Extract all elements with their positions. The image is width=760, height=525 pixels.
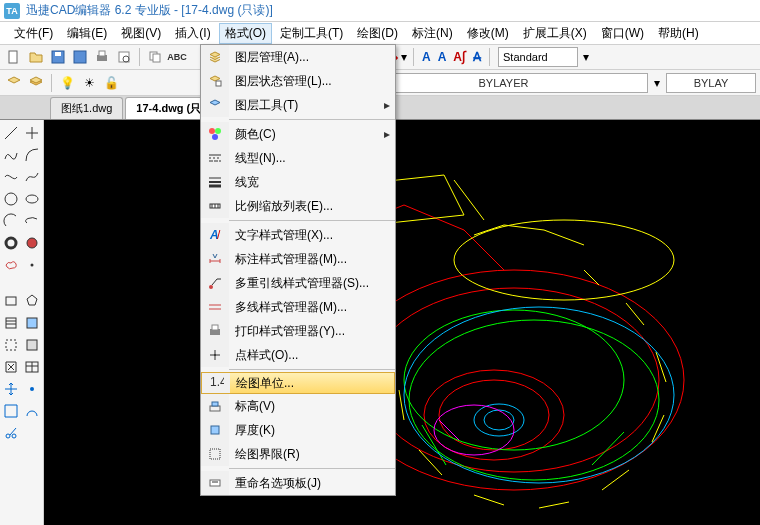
dropdown-item[interactable]: 比例缩放列表(E)... — [201, 194, 395, 218]
ring-tool[interactable] — [22, 232, 44, 254]
lock-icon[interactable]: 🔓 — [101, 73, 121, 93]
menu-item[interactable]: 修改(M) — [461, 23, 515, 44]
polyline-tool[interactable] — [0, 144, 22, 166]
dropdown-icon[interactable]: ▾ — [654, 76, 660, 90]
dropdown-item[interactable]: 颜色(C)▸ — [201, 122, 395, 146]
donut-tool[interactable] — [0, 232, 22, 254]
dropdown-label: 线宽 — [229, 174, 395, 191]
circle-tool[interactable] — [0, 188, 22, 210]
dropdown-label: 文字样式管理(X)... — [229, 227, 395, 244]
text-a1-button[interactable]: A — [420, 50, 433, 64]
separator — [51, 74, 52, 92]
menu-item[interactable]: 扩展工具(X) — [517, 23, 593, 44]
ellipse-tool[interactable] — [22, 188, 44, 210]
dropdown-item[interactable]: 打印样式管理器(Y)... — [201, 319, 395, 343]
dropdown-item[interactable]: 绘图界限(R) — [201, 442, 395, 466]
save-as-button[interactable] — [70, 47, 90, 67]
dropdown-item[interactable]: 线宽 — [201, 170, 395, 194]
point-tool[interactable] — [22, 254, 44, 276]
svg-point-15 — [6, 238, 16, 248]
dropdown-item[interactable]: 1.4绘图单位... — [201, 372, 395, 394]
print-button[interactable] — [92, 47, 112, 67]
hatch-tool[interactable] — [0, 312, 22, 334]
text-a4-button[interactable]: A̶ — [471, 50, 483, 64]
move-tool[interactable] — [0, 378, 22, 400]
wipeout-tool[interactable] — [0, 356, 22, 378]
dropdown-label: 图层状态管理(L)... — [229, 73, 395, 90]
dropdown-item[interactable]: 图层工具(T)▸ — [201, 93, 395, 117]
dropdown-item[interactable]: 图层状态管理(L)... — [201, 69, 395, 93]
dropdown-item[interactable]: 点样式(O)... — [201, 343, 395, 367]
menu-item[interactable]: 视图(V) — [115, 23, 167, 44]
dropdown-label: 多线样式管理器(M)... — [229, 299, 395, 316]
region-tool[interactable] — [22, 334, 44, 356]
polygon-tool[interactable] — [22, 290, 44, 312]
layer-button-2[interactable] — [26, 73, 46, 93]
menu-item[interactable]: 标注(N) — [406, 23, 459, 44]
dropdown-label: 绘图界限(R) — [229, 446, 395, 463]
menu-item[interactable]: 编辑(E) — [61, 23, 113, 44]
text-a2-button[interactable]: A — [436, 50, 449, 64]
rect-tool[interactable] — [0, 290, 22, 312]
trim-tool[interactable] — [0, 422, 22, 444]
save-button[interactable] — [48, 47, 68, 67]
spline2-tool[interactable] — [22, 166, 44, 188]
dropdown-item[interactable]: 标注样式管理器(M)... — [201, 247, 395, 271]
open-file-button[interactable] — [26, 47, 46, 67]
dropdown-item[interactable]: 线型(N)... — [201, 146, 395, 170]
rotate-tool[interactable] — [22, 378, 44, 400]
arc-tool[interactable] — [22, 144, 44, 166]
boundary-tool[interactable] — [0, 334, 22, 356]
bylayer-dropdown-1[interactable]: BYLAYER — [359, 73, 648, 93]
svg-rect-23 — [6, 340, 16, 350]
bylayer-dropdown-2[interactable]: BYLAY — [666, 73, 756, 93]
menu-item[interactable]: 文件(F) — [8, 23, 59, 44]
text-a3-button[interactable]: Aʃ — [451, 50, 468, 64]
menu-item[interactable]: 帮助(H) — [652, 23, 705, 44]
dropdown-icon[interactable]: ▾ — [401, 50, 407, 64]
layer-button[interactable] — [4, 73, 24, 93]
text-style-combo[interactable]: Standard — [498, 47, 578, 67]
mirror-tool[interactable] — [22, 400, 44, 422]
sun-icon[interactable]: ☀ — [79, 73, 99, 93]
print-preview-button[interactable] — [114, 47, 134, 67]
separator — [413, 48, 414, 66]
dropdown-item[interactable]: 标高(V) — [201, 394, 395, 418]
dim-style-icon — [201, 247, 229, 271]
spline-tool[interactable] — [0, 166, 22, 188]
gradient-tool[interactable] — [22, 312, 44, 334]
dropdown-item[interactable]: 多重引线样式管理器(S)... — [201, 271, 395, 295]
menu-item[interactable]: 定制工具(T) — [274, 23, 349, 44]
table-tool[interactable] — [22, 356, 44, 378]
dropdown-icon[interactable]: ▾ — [583, 50, 589, 64]
drawing-canvas[interactable] — [44, 120, 760, 525]
svg-point-42 — [454, 220, 674, 300]
dropdown-item[interactable]: 重命名选项板(J) — [201, 471, 395, 495]
svg-line-70 — [212, 279, 217, 285]
document-tab[interactable]: 图纸1.dwg — [50, 97, 123, 119]
copy-button[interactable] — [145, 47, 165, 67]
new-file-button[interactable] — [4, 47, 24, 67]
svg-point-45 — [474, 404, 524, 436]
dropdown-item[interactable]: 图层管理(A)... — [201, 45, 395, 69]
dropdown-item[interactable]: 多线样式管理器(M)... — [201, 295, 395, 319]
menu-item[interactable]: 格式(O) — [219, 23, 272, 44]
units-icon: 1.4 — [202, 373, 230, 393]
svg-point-69 — [209, 285, 213, 289]
menu-item[interactable]: 窗口(W) — [595, 23, 650, 44]
ray-tool[interactable] — [22, 122, 44, 144]
submenu-arrow-icon: ▸ — [379, 127, 395, 141]
abc-button[interactable]: ABC — [167, 47, 187, 67]
line-tool[interactable] — [0, 122, 22, 144]
menu-item[interactable]: 绘图(D) — [351, 23, 404, 44]
scale-tool[interactable] — [0, 400, 22, 422]
point-style-icon — [201, 343, 229, 367]
rename-icon — [201, 471, 229, 495]
bulb-icon[interactable]: 💡 — [57, 73, 77, 93]
dropdown-item[interactable]: A/文字样式管理(X)... — [201, 223, 395, 247]
arc2-tool[interactable] — [0, 210, 22, 232]
dropdown-item[interactable]: 厚度(K) — [201, 418, 395, 442]
ellipse-arc-tool[interactable] — [22, 210, 44, 232]
menu-item[interactable]: 插入(I) — [169, 23, 216, 44]
revcloud-tool[interactable] — [0, 254, 22, 276]
